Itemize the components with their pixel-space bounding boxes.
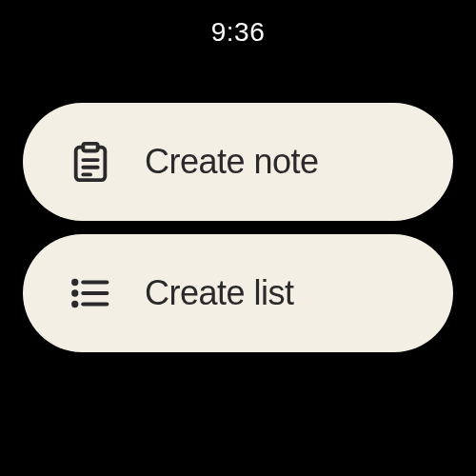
list-icon bbox=[69, 271, 112, 315]
clipboard-icon bbox=[69, 140, 112, 184]
svg-point-7 bbox=[73, 281, 76, 284]
actions-container: Create note Create list bbox=[23, 103, 453, 352]
svg-point-9 bbox=[73, 303, 76, 306]
svg-rect-0 bbox=[83, 144, 97, 151]
svg-point-8 bbox=[73, 291, 76, 294]
clock-time: 9:36 bbox=[211, 17, 266, 48]
create-list-button[interactable]: Create list bbox=[23, 234, 453, 352]
create-note-label: Create note bbox=[145, 142, 319, 182]
create-list-label: Create list bbox=[145, 273, 294, 313]
create-note-button[interactable]: Create note bbox=[23, 103, 453, 221]
